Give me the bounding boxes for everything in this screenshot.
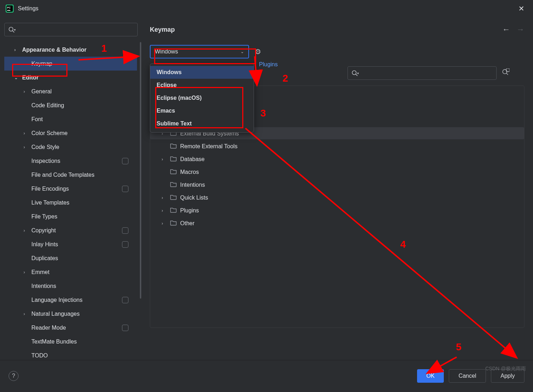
tree-label: Color Scheme xyxy=(31,130,67,136)
sidebar-item[interactable]: ›Natural Languages xyxy=(4,307,137,321)
sidebar-item[interactable]: Inspections xyxy=(4,154,137,168)
folder-icon xyxy=(170,182,177,189)
keymap-dropdown[interactable]: Windows ⌄ xyxy=(150,45,249,58)
folder-icon xyxy=(170,220,177,227)
sidebar-item[interactable]: ›Emmet xyxy=(4,265,137,279)
keymap-tree-item[interactable]: Intentions xyxy=(150,179,524,191)
window-title: Settings xyxy=(18,5,39,12)
keymap-option[interactable]: Emacs xyxy=(150,104,254,117)
sidebar-item[interactable]: Duplicates xyxy=(4,251,137,265)
sidebar-search-input[interactable]: ▾ xyxy=(4,23,138,36)
help-button[interactable]: ? xyxy=(9,371,19,381)
plugins-link[interactable]: Plugins xyxy=(259,61,278,68)
annotation-5: 5 xyxy=(456,341,462,353)
tree-label: Font xyxy=(31,116,43,123)
dropdown-value: Windows xyxy=(155,48,178,55)
sidebar-item[interactable]: File and Code Templates xyxy=(4,168,137,182)
keymap-tree-item[interactable]: Remote External Tools xyxy=(150,140,524,153)
sidebar-item[interactable]: ›General xyxy=(4,84,137,98)
tree-label: Code Editing xyxy=(31,102,64,109)
project-badge-icon xyxy=(122,297,128,303)
actions-search-input[interactable]: ▾ xyxy=(347,66,497,80)
search-dropdown-icon[interactable]: ▾ xyxy=(357,71,359,75)
tree-label: General xyxy=(31,88,52,95)
chevron-icon: › xyxy=(24,270,25,275)
folder-icon xyxy=(170,195,177,201)
settings-sidebar: ▾ ›Appearance & BehaviorKeymap⌄Editor›Ge… xyxy=(0,17,141,360)
tree-label: TODO xyxy=(31,352,48,359)
chevron-icon: › xyxy=(24,311,25,316)
svg-rect-3 xyxy=(7,10,10,11)
chevron-down-icon: ⌄ xyxy=(240,49,244,54)
sidebar-item[interactable]: Code Editing xyxy=(4,98,137,112)
tree-label: File and Code Templates xyxy=(31,172,95,178)
keymap-option[interactable]: Windows xyxy=(150,66,254,79)
sidebar-item[interactable]: ›Appearance & Behavior xyxy=(4,43,137,57)
annotation-2: 2 xyxy=(283,73,288,84)
keymap-option[interactable]: Eclipse (macOS) xyxy=(150,92,254,104)
tree-label: Natural Languages xyxy=(31,311,80,317)
content-panel: Keymap ← → Windows ⌄ ⚙ Plugins ▾ xyxy=(141,17,533,360)
search-dropdown-icon[interactable]: ▾ xyxy=(14,28,16,32)
keymap-popup: WindowsEclipseEclipse (macOS)EmacsSublim… xyxy=(150,63,254,133)
chevron-icon: › xyxy=(162,221,163,226)
sidebar-item[interactable]: Keymap xyxy=(4,57,137,71)
nav-back-icon[interactable]: ← xyxy=(502,25,510,34)
sidebar-item[interactable]: Font xyxy=(4,112,137,126)
project-badge-icon xyxy=(122,227,128,234)
sidebar-item[interactable]: File Types xyxy=(4,210,137,223)
ok-button[interactable]: OK xyxy=(417,369,444,383)
find-shortcut-icon[interactable] xyxy=(502,68,509,78)
sidebar-item[interactable]: ›Color Scheme xyxy=(4,126,137,140)
tree-label: Code Style xyxy=(31,144,59,150)
tree-label: Plugins xyxy=(180,207,199,214)
svg-line-9 xyxy=(506,73,508,75)
project-badge-icon xyxy=(122,158,128,164)
keymap-option[interactable]: Sublime Text xyxy=(150,117,254,130)
svg-text:PC: PC xyxy=(7,6,11,9)
annotation-4: 4 xyxy=(400,239,406,250)
sidebar-item[interactable]: ›Copyright xyxy=(4,223,137,237)
chevron-icon: › xyxy=(162,195,163,200)
folder-icon xyxy=(170,156,177,163)
sidebar-item[interactable]: ⌄Editor xyxy=(4,71,137,84)
tree-label: Duplicates xyxy=(31,255,58,262)
chevron-icon: › xyxy=(24,145,25,150)
settings-tree: ›Appearance & BehaviorKeymap⌄Editor›Gene… xyxy=(4,43,137,360)
gear-icon[interactable]: ⚙ xyxy=(255,47,261,56)
close-icon[interactable]: ✕ xyxy=(516,3,527,14)
chevron-icon: › xyxy=(14,47,16,52)
tree-label: Emmet xyxy=(31,269,50,275)
tree-label: Language Injections xyxy=(31,297,82,303)
sidebar-item[interactable]: TextMate Bundles xyxy=(4,335,137,349)
project-badge-icon xyxy=(122,241,128,248)
sidebar-item[interactable]: TODO xyxy=(4,349,137,360)
tree-label: Inspections xyxy=(31,158,60,164)
keymap-tree-item[interactable]: ›Other xyxy=(150,217,524,230)
svg-point-4 xyxy=(9,27,13,31)
watermark: CSDN @极光雨雨 xyxy=(485,366,526,372)
tree-label: Reader Mode xyxy=(31,325,66,331)
cancel-button[interactable]: Cancel xyxy=(449,369,486,383)
tree-label: Copyright xyxy=(31,227,56,234)
sidebar-item[interactable]: Inlay Hints xyxy=(4,237,137,251)
tree-label: Appearance & Behavior xyxy=(22,47,87,53)
annotation-1: 1 xyxy=(101,43,107,54)
sidebar-item[interactable]: File Encodings xyxy=(4,182,137,196)
chevron-icon: › xyxy=(24,89,25,94)
keymap-tree-item[interactable]: Macros xyxy=(150,166,524,179)
sidebar-item[interactable]: Live Templates xyxy=(4,196,137,210)
keymap-tree-item[interactable]: ›Quick Lists xyxy=(150,191,524,204)
sidebar-item[interactable]: Language Injections xyxy=(4,293,137,307)
tree-label: Intentions xyxy=(31,283,56,289)
folder-icon xyxy=(170,143,177,150)
sidebar-item[interactable]: ›Code Style xyxy=(4,140,137,154)
tree-label: Database xyxy=(180,156,205,163)
tree-label: File Types xyxy=(31,213,57,220)
sidebar-item[interactable]: Reader Mode xyxy=(4,321,137,335)
keymap-option[interactable]: Eclipse xyxy=(150,79,254,92)
sidebar-item[interactable]: Intentions xyxy=(4,279,137,293)
keymap-tree-item[interactable]: ›Database xyxy=(150,153,524,166)
keymap-tree-item[interactable]: ›Plugins xyxy=(150,204,524,217)
folder-icon xyxy=(170,207,177,214)
